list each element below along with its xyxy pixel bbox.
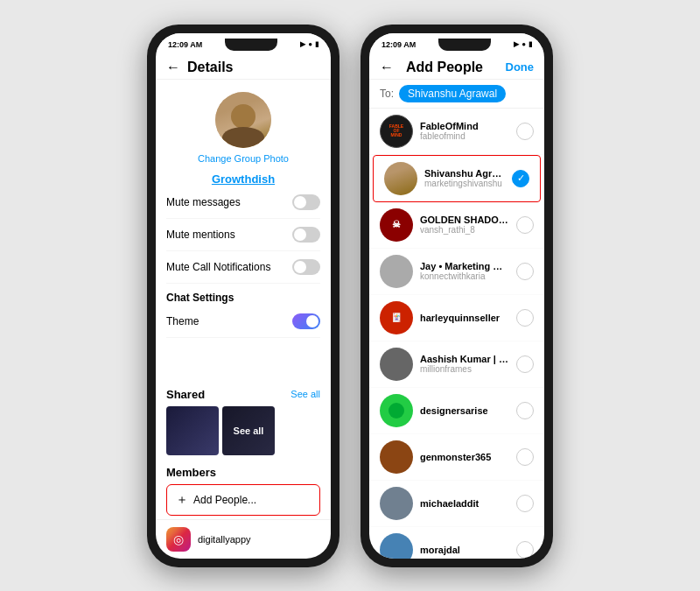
time-left: 12:09 AM <box>168 40 202 49</box>
contact-info-fableofmind: FableOfMind fableofmind <box>420 121 509 141</box>
group-name-section: Growthdish <box>156 171 331 186</box>
avatar-image <box>215 92 271 148</box>
mute-mentions-toggle[interactable] <box>292 227 320 243</box>
chat-settings-label: Chat Settings <box>166 292 234 304</box>
contact-jay[interactable]: Jay • Marketing & Branding konnectwithka… <box>369 249 544 295</box>
profile-section: Change Group Photo <box>156 80 331 171</box>
contact-designers[interactable]: designersarise <box>369 388 544 434</box>
radio-golden[interactable] <box>516 216 534 234</box>
status-bar-left: 12:09 AM ▶ ● ▮ <box>156 33 331 53</box>
details-header: ← Details <box>156 53 331 80</box>
avatar-harley: 🃏 <box>380 301 413 334</box>
radio-aashish[interactable] <box>516 355 534 373</box>
add-people-header: ← Add People Done <box>369 53 544 80</box>
contact-name-aashish: Aashish Kumar | Designer <box>420 354 509 364</box>
theme-item: Theme <box>166 306 320 338</box>
contact-aashish[interactable]: Aashish Kumar | Designer millionframes <box>369 341 544 388</box>
bottom-profile: ◎ digitallyappy <box>156 519 331 559</box>
status-icons-left: ▶ ● ▮ <box>300 40 318 48</box>
avatar-fableofmind: FABLEOFMIND <box>380 115 413 148</box>
signal-icon-right: ● <box>522 40 526 48</box>
contact-harley[interactable]: 🃏 harleyquinnseller <box>369 295 544 341</box>
radio-fableofmind[interactable] <box>516 123 534 140</box>
contact-name-harley: harleyquinnseller <box>420 313 509 323</box>
avatar-golden: ☠ <box>380 208 413 242</box>
contact-name-genmon: genmonster365 <box>420 452 509 462</box>
radio-designers[interactable] <box>516 402 534 419</box>
contact-name-shivanshu: Shivanshu Agrawal <box>424 168 505 179</box>
contact-handle-aashish: millionframes <box>420 364 509 374</box>
right-screen: 12:09 AM ▶ ● ▮ ← Add People Done To: Shi… <box>369 33 544 559</box>
contact-moraj[interactable]: morajdal <box>369 527 544 559</box>
radio-moraj[interactable] <box>516 541 534 559</box>
bottom-username: digitallyappy <box>198 534 251 545</box>
contact-info-jay: Jay • Marketing & Branding konnectwithka… <box>420 261 509 281</box>
contact-genmon[interactable]: genmonster365 <box>369 434 544 481</box>
contact-info-moraj: morajdal <box>420 545 509 555</box>
see-all-overlay[interactable]: See all <box>222 406 275 455</box>
add-people-button[interactable]: ＋ Add People... <box>166 484 320 516</box>
add-icon: ＋ <box>176 492 188 508</box>
members-section: Members ＋ Add People... <box>156 461 331 519</box>
to-label: To: <box>380 88 394 100</box>
mute-mentions-item: Mute mentions <box>166 219 320 251</box>
contact-info-golden: GOLDEN SHADOW DEVIL vansh_rathi_8 <box>420 215 509 235</box>
contact-fableofmind[interactable]: FABLEOFMIND FableOfMind fableofmind <box>369 109 544 155</box>
left-phone: 12:09 AM ▶ ● ▮ ← Details Change Group Ph… <box>147 25 340 567</box>
contact-info-harley: harleyquinnseller <box>420 313 509 323</box>
thumb-2: See all <box>222 406 275 455</box>
contact-info-shivanshu: Shivanshu Agrawal marketingshivanshu <box>424 168 505 188</box>
thumb-1 <box>166 406 219 455</box>
to-row: To: Shivanshu Agrawal <box>369 80 544 109</box>
see-all-shared[interactable]: See all <box>290 389 320 399</box>
mute-calls-toggle[interactable] <box>292 259 320 275</box>
theme-label: Theme <box>166 315 199 327</box>
selected-user-tag[interactable]: Shivanshu Agrawal <box>399 85 506 102</box>
contact-list: FABLEOFMIND FableOfMind fableofmind Shiv… <box>369 109 544 559</box>
designers-dot <box>388 403 404 419</box>
contact-michael[interactable]: michaeladdit <box>369 481 544 527</box>
group-avatar[interactable] <box>215 92 271 148</box>
contact-info-genmon: genmonster365 <box>420 452 509 462</box>
radio-michael[interactable] <box>516 495 534 512</box>
contact-info-michael: michaeladdit <box>420 498 509 509</box>
contact-info-aashish: Aashish Kumar | Designer millionframes <box>420 354 509 374</box>
avatar-jay <box>380 255 413 288</box>
notch-left <box>225 39 277 51</box>
contact-handle-jay: konnectwithkaria <box>420 271 509 281</box>
mute-calls-label: Mute Call Notifications <box>166 261 270 273</box>
shared-section: Shared See all See all <box>156 384 331 461</box>
radio-jay[interactable] <box>516 263 534 280</box>
mute-mentions-label: Mute mentions <box>166 229 235 241</box>
details-title: Details <box>187 60 233 75</box>
contact-handle-shivanshu: marketingshivanshu <box>424 179 505 188</box>
theme-toggle[interactable] <box>292 313 320 329</box>
back-button-right[interactable]: ← <box>380 60 394 75</box>
signal-icon: ● <box>308 40 312 48</box>
contact-info-designers: designersarise <box>420 405 509 416</box>
avatar-shivanshu <box>384 162 417 195</box>
contact-shivanshu[interactable]: Shivanshu Agrawal marketingshivanshu ✓ <box>373 155 541 202</box>
settings-list: Mute messages Mute mentions Mute Call No… <box>156 186 331 384</box>
contact-name-jay: Jay • Marketing & Branding <box>420 261 509 271</box>
shared-header: Shared See all <box>166 388 320 401</box>
add-people-title: Add People <box>406 60 483 75</box>
members-label: Members <box>166 466 320 479</box>
contact-handle-fableofmind: fableofmind <box>420 131 509 141</box>
radio-genmon[interactable] <box>516 448 534 466</box>
chat-settings-section: Chat Settings <box>166 284 320 306</box>
wifi-icon: ▶ <box>300 40 305 48</box>
radio-shivanshu[interactable]: ✓ <box>512 170 529 187</box>
back-button-left[interactable]: ← <box>166 60 180 75</box>
done-button[interactable]: Done <box>506 60 535 74</box>
change-photo-link[interactable]: Change Group Photo <box>198 153 289 164</box>
status-bar-right: 12:09 AM ▶ ● ▮ <box>369 33 544 53</box>
add-people-label: Add People... <box>193 494 256 506</box>
radio-harley[interactable] <box>516 309 534 327</box>
contact-golden[interactable]: ☠ GOLDEN SHADOW DEVIL vansh_rathi_8 <box>369 202 544 249</box>
contact-name-fableofmind: FableOfMind <box>420 121 509 131</box>
mute-messages-toggle[interactable] <box>292 194 320 210</box>
contact-name-golden: GOLDEN SHADOW DEVIL <box>420 215 509 225</box>
contact-name-michael: michaeladdit <box>420 498 509 509</box>
fable-logo-text: FABLEOFMIND <box>389 124 403 137</box>
